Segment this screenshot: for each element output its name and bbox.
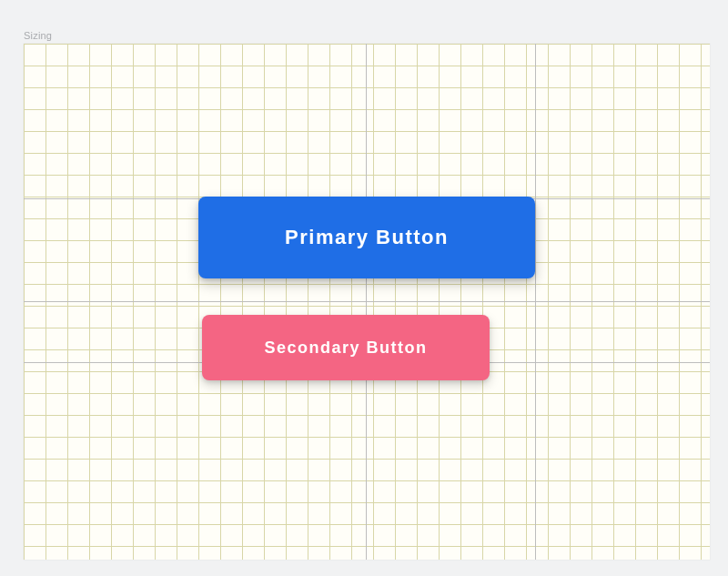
- design-canvas[interactable]: Primary Button Secondary Button: [24, 44, 710, 560]
- secondary-button[interactable]: Secondary Button: [202, 315, 490, 380]
- guide-vertical: [535, 44, 536, 560]
- secondary-button-label: Secondary Button: [264, 339, 427, 358]
- primary-button-label: Primary Button: [285, 226, 449, 249]
- frame-label: Sizing: [24, 30, 52, 41]
- primary-button[interactable]: Primary Button: [198, 197, 535, 278]
